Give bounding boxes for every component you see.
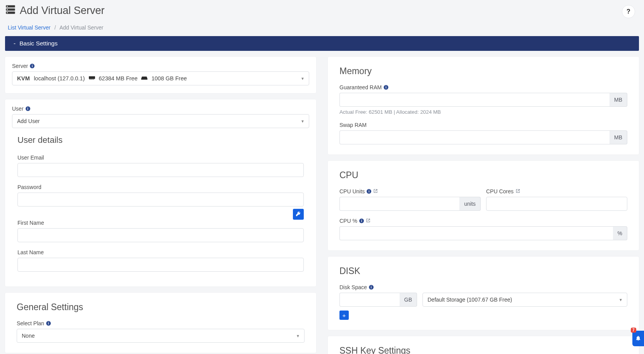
cpu-percent-label: CPU % i bbox=[339, 218, 627, 224]
guaranteed-ram-input[interactable] bbox=[339, 93, 609, 107]
storage-select-value: Default Storage (1007.67 GB Free) bbox=[428, 297, 512, 303]
cpu-units-label-text: CPU Units bbox=[339, 188, 365, 194]
page-header: Add Virtual Server ? bbox=[5, 2, 639, 22]
page-title: Add Virtual Server bbox=[5, 4, 105, 17]
external-link-icon[interactable] bbox=[366, 218, 370, 224]
memory-card: Memory Guaranteed RAM i MB Actual Free: … bbox=[328, 57, 639, 154]
svg-rect-11 bbox=[93, 79, 94, 80]
user-card: User i Add User ▼ User details User Emai… bbox=[5, 99, 316, 286]
general-settings-heading: General Settings bbox=[17, 302, 305, 312]
add-disk-button[interactable]: + bbox=[339, 311, 349, 320]
info-icon[interactable]: i bbox=[26, 106, 30, 111]
svg-rect-6 bbox=[89, 76, 95, 79]
last-name-label: Last Name bbox=[17, 249, 304, 255]
page-title-text: Add Virtual Server bbox=[20, 5, 105, 17]
disk-space-input[interactable] bbox=[339, 293, 400, 307]
disk-icon bbox=[141, 75, 147, 82]
help-icon: ? bbox=[627, 8, 630, 15]
server-virt-tag: KVM bbox=[17, 75, 30, 82]
left-column: Server i KVM localhost (127.0.0.1) 62384… bbox=[5, 57, 316, 353]
section-basic-settings[interactable]: - Basic Settings bbox=[5, 36, 639, 51]
server-select[interactable]: KVM localhost (127.0.0.1) 62384 MB Free … bbox=[12, 71, 309, 85]
breadcrumb-separator: / bbox=[52, 24, 58, 31]
right-column: Memory Guaranteed RAM i MB Actual Free: … bbox=[328, 57, 639, 354]
svg-rect-7 bbox=[89, 79, 90, 80]
bell-icon bbox=[635, 335, 641, 342]
last-name-input[interactable] bbox=[17, 258, 304, 272]
user-details-heading: User details bbox=[17, 135, 304, 145]
select-plan-label-text: Select Plan bbox=[17, 320, 44, 326]
notifications-button[interactable]: 7 bbox=[632, 331, 644, 346]
svg-rect-8 bbox=[90, 79, 91, 80]
cpu-cores-label: CPU Cores bbox=[486, 188, 627, 194]
section-title: Basic Settings bbox=[19, 40, 57, 47]
server-disk-free: 1008 GB Free bbox=[151, 75, 187, 82]
plus-icon: + bbox=[343, 312, 346, 319]
memory-heading: Memory bbox=[339, 66, 627, 76]
server-select-wrap: KVM localhost (127.0.0.1) 62384 MB Free … bbox=[12, 71, 309, 85]
svg-rect-4 bbox=[7, 9, 8, 10]
cpu-units-label: CPU Units i bbox=[339, 188, 481, 194]
svg-rect-9 bbox=[91, 79, 92, 80]
units-suffix: units bbox=[459, 197, 481, 211]
disk-space-label-text: Disk Space bbox=[339, 284, 367, 290]
server-label-text: Server bbox=[12, 63, 28, 69]
external-link-icon[interactable] bbox=[516, 188, 520, 194]
cpu-cores-input[interactable] bbox=[486, 197, 627, 211]
disk-card: DISK Disk Space i GB bbox=[328, 257, 639, 330]
swap-ram-input[interactable] bbox=[339, 130, 609, 144]
memory-icon bbox=[89, 75, 95, 82]
password-label: Password bbox=[17, 184, 304, 190]
mb-suffix: MB bbox=[609, 130, 627, 144]
info-icon[interactable]: i bbox=[30, 64, 35, 68]
cpu-card: CPU CPU Units i units bbox=[328, 161, 639, 250]
server-card: Server i KVM localhost (127.0.0.1) 62384… bbox=[5, 57, 316, 93]
notifications-count: 7 bbox=[631, 328, 636, 333]
user-label: User i bbox=[12, 106, 309, 112]
gb-suffix: GB bbox=[400, 293, 417, 307]
info-icon[interactable]: i bbox=[359, 219, 364, 223]
first-name-input[interactable] bbox=[17, 228, 304, 242]
svg-rect-10 bbox=[92, 79, 93, 80]
general-settings-card: General Settings Select Plan i None ▼ bbox=[5, 293, 316, 353]
user-label-text: User bbox=[12, 106, 24, 112]
cpu-percent-input[interactable] bbox=[339, 226, 613, 240]
server-icon bbox=[5, 4, 16, 17]
plan-select[interactable]: None bbox=[17, 329, 305, 343]
user-email-input[interactable] bbox=[17, 163, 304, 177]
key-icon bbox=[296, 211, 301, 218]
server-host-text: localhost (127.0.0.1) bbox=[34, 75, 85, 82]
info-icon[interactable]: i bbox=[369, 285, 374, 290]
generate-password-button[interactable] bbox=[293, 209, 304, 220]
info-icon[interactable]: i bbox=[384, 85, 388, 90]
cpu-percent-label-text: CPU % bbox=[339, 218, 357, 224]
user-select-value: Add User bbox=[17, 118, 40, 124]
mb-suffix: MB bbox=[609, 93, 627, 107]
guaranteed-ram-label: Guaranteed RAM i bbox=[339, 84, 627, 90]
storage-select[interactable]: Default Storage (1007.67 GB Free) bbox=[422, 293, 627, 307]
cpu-units-input[interactable] bbox=[339, 197, 459, 211]
disk-space-label: Disk Space i bbox=[339, 284, 627, 290]
breadcrumb-link-list[interactable]: List Virtual Server bbox=[8, 24, 50, 31]
info-icon[interactable]: i bbox=[367, 189, 371, 194]
ssh-key-card: SSH Key Settings bbox=[328, 336, 639, 354]
ssh-key-heading: SSH Key Settings bbox=[339, 345, 627, 354]
help-button[interactable]: ? bbox=[622, 5, 635, 18]
disk-heading: DISK bbox=[339, 266, 627, 276]
first-name-label: First Name bbox=[17, 220, 304, 226]
info-icon[interactable]: i bbox=[46, 321, 51, 326]
breadcrumb: List Virtual Server / Add Virtual Server bbox=[5, 22, 639, 36]
cpu-cores-label-text: CPU Cores bbox=[486, 188, 514, 194]
cpu-heading: CPU bbox=[339, 170, 627, 180]
select-plan-label: Select Plan i bbox=[17, 320, 305, 326]
percent-suffix: % bbox=[613, 226, 627, 240]
password-input[interactable] bbox=[17, 193, 304, 206]
svg-rect-3 bbox=[7, 6, 8, 7]
server-label: Server i bbox=[12, 63, 309, 69]
svg-rect-5 bbox=[7, 12, 8, 13]
external-link-icon[interactable] bbox=[373, 188, 378, 194]
ram-note: Actual Free: 62501 MB | Allocated: 2024 … bbox=[339, 109, 627, 115]
form-columns: Server i KVM localhost (127.0.0.1) 62384… bbox=[5, 57, 639, 354]
user-select[interactable]: Add User bbox=[12, 114, 309, 128]
guaranteed-ram-label-text: Guaranteed RAM bbox=[339, 84, 382, 90]
